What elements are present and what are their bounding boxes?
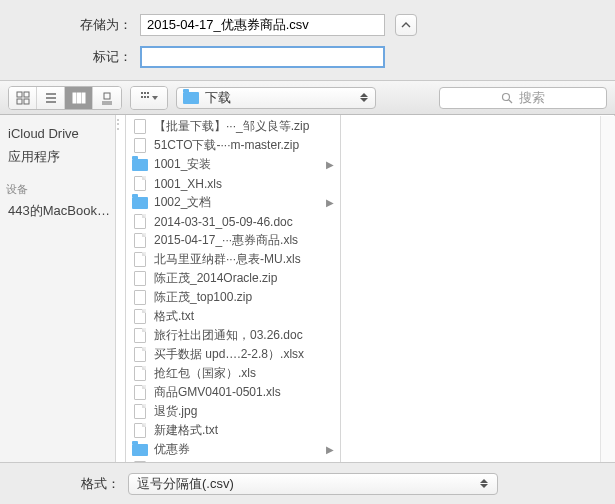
svg-rect-8 — [77, 93, 80, 103]
file-row[interactable]: 抢红包（国家）.xls — [126, 364, 340, 383]
archive-icon — [132, 119, 148, 135]
file-column[interactable]: 【批量下载】···_邹义良等.zip51CTO下载-···m-master.zi… — [126, 115, 341, 504]
arrange-button[interactable] — [131, 87, 167, 109]
svg-rect-16 — [141, 96, 143, 98]
archive-icon — [132, 271, 148, 287]
file-name: 退货.jpg — [154, 403, 334, 420]
location-popup[interactable]: 下载 — [176, 87, 376, 109]
document-icon — [132, 176, 148, 192]
file-row[interactable]: 优惠券▶ — [126, 440, 340, 459]
archive-icon — [132, 138, 148, 154]
file-name: 北马里亚纳群···息表-MU.xls — [154, 251, 334, 268]
save-panel: 存储为： 标记： — [0, 0, 615, 81]
search-field[interactable]: 搜索 — [439, 87, 607, 109]
file-row[interactable]: 买手数据 upd….2-2.8）.xlsx — [126, 345, 340, 364]
expand-toggle-button[interactable] — [395, 14, 417, 36]
file-row[interactable]: 退货.jpg — [126, 402, 340, 421]
file-row[interactable]: 新建格式.txt — [126, 421, 340, 440]
svg-rect-14 — [144, 92, 146, 94]
file-name: 商品GMV0401-0501.xls — [154, 384, 334, 401]
svg-rect-7 — [73, 93, 76, 103]
save-as-label: 存储为： — [0, 16, 140, 34]
file-name: 陈正茂_top100.zip — [154, 289, 334, 306]
format-label: 格式： — [0, 475, 128, 493]
document-icon — [132, 423, 148, 439]
icon-view-button[interactable] — [9, 87, 37, 109]
file-row[interactable]: 2015-04-17_···惠券商品.xls — [126, 231, 340, 250]
file-name: 【批量下载】···_邹义良等.zip — [154, 118, 334, 135]
folder-icon — [132, 157, 148, 173]
updown-icon — [359, 93, 369, 102]
document-icon — [132, 347, 148, 363]
folder-icon — [183, 92, 199, 104]
file-row[interactable]: 旅行社出团通知，03.26.doc — [126, 326, 340, 345]
file-row[interactable]: 北马里亚纳群···息表-MU.xls — [126, 250, 340, 269]
document-icon — [132, 404, 148, 420]
browser-toolbar: 下载 搜索 — [0, 81, 615, 115]
svg-line-20 — [509, 100, 512, 103]
svg-rect-1 — [24, 92, 29, 97]
scrollbar[interactable] — [600, 116, 615, 462]
svg-rect-17 — [144, 96, 146, 98]
sidebar-device-item[interactable]: 443的MacBook… — [0, 199, 115, 223]
file-name: 买手数据 upd….2-2.8）.xlsx — [154, 346, 334, 363]
search-placeholder: 搜索 — [519, 89, 545, 107]
svg-rect-15 — [147, 92, 149, 94]
archive-icon — [132, 290, 148, 306]
svg-rect-3 — [24, 99, 29, 104]
file-row[interactable]: 1001_XH.xls — [126, 174, 340, 193]
folder-icon — [132, 442, 148, 458]
file-name: 格式.txt — [154, 308, 334, 325]
file-row[interactable]: 【批量下载】···_邹义良等.zip — [126, 117, 340, 136]
format-popup[interactable]: 逗号分隔值(.csv) — [128, 473, 498, 495]
document-icon — [132, 214, 148, 230]
sidebar-item[interactable]: iCloud Drive — [0, 121, 115, 145]
tags-input[interactable] — [140, 46, 385, 68]
svg-rect-13 — [141, 92, 143, 94]
file-row[interactable]: 1001_安装▶ — [126, 155, 340, 174]
file-name: 1002_文档 — [154, 194, 320, 211]
file-name: 1001_XH.xls — [154, 177, 334, 191]
list-icon — [44, 91, 58, 105]
file-name: 旅行社出团通知，03.26.doc — [154, 327, 334, 344]
folder-icon — [132, 195, 148, 211]
tags-label: 标记： — [0, 48, 140, 66]
svg-rect-18 — [147, 96, 149, 98]
file-row[interactable]: 格式.txt — [126, 307, 340, 326]
chevron-right-icon: ▶ — [326, 159, 334, 170]
columns-icon — [72, 91, 86, 105]
document-icon — [132, 366, 148, 382]
document-icon — [132, 328, 148, 344]
list-view-button[interactable] — [37, 87, 65, 109]
grid-icon — [16, 91, 30, 105]
chevron-right-icon: ▶ — [326, 444, 334, 455]
coverflow-view-button[interactable] — [93, 87, 121, 109]
preview-column — [341, 115, 615, 504]
chevron-up-icon — [401, 20, 411, 30]
file-name: 51CTO下载-···m-master.zip — [154, 137, 334, 154]
svg-rect-9 — [82, 93, 85, 103]
document-icon — [132, 233, 148, 249]
sidebar-item[interactable]: 应用程序 — [0, 145, 115, 169]
coverflow-icon — [100, 91, 114, 105]
file-row[interactable]: 2014-03-31_05-09-46.doc — [126, 212, 340, 231]
save-as-input[interactable] — [140, 14, 385, 36]
file-name: 新建格式.txt — [154, 422, 334, 439]
document-icon — [132, 252, 148, 268]
overflow-indicator: ⋮ — [116, 119, 125, 129]
file-name: 2014-03-31_05-09-46.doc — [154, 215, 334, 229]
updown-icon — [479, 479, 489, 488]
file-row[interactable]: 陈正茂_top100.zip — [126, 288, 340, 307]
file-row[interactable]: 1002_文档▶ — [126, 193, 340, 212]
file-name: 1001_安装 — [154, 156, 320, 173]
format-value: 逗号分隔值(.csv) — [137, 475, 234, 493]
file-row[interactable]: 商品GMV0401-0501.xls — [126, 383, 340, 402]
arrange-group — [130, 86, 168, 110]
file-row[interactable]: 陈正茂_2014Oracle.zip — [126, 269, 340, 288]
file-name: 抢红包（国家）.xls — [154, 365, 334, 382]
format-bar: 格式： 逗号分隔值(.csv) — [0, 462, 615, 504]
document-icon — [132, 309, 148, 325]
svg-point-19 — [503, 93, 510, 100]
file-row[interactable]: 51CTO下载-···m-master.zip — [126, 136, 340, 155]
column-view-button[interactable] — [65, 87, 93, 109]
